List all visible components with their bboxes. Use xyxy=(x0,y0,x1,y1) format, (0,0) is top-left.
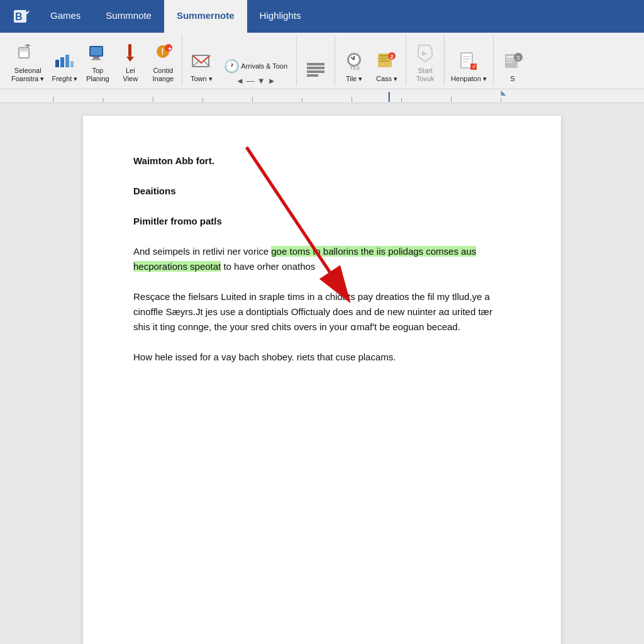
top-label: TopPlaning xyxy=(86,67,109,83)
arrivals-group: 🕐 Arrivals & Toon ◄ — ▼ ► xyxy=(219,57,292,86)
ribbon-group-4: TILE Tile ▾ 2 Cass ▾ xyxy=(335,35,406,86)
start-icon: ▶ xyxy=(413,42,437,65)
svg-text:S: S xyxy=(516,55,520,61)
svg-rect-5 xyxy=(20,52,28,53)
svg-rect-11 xyxy=(65,55,69,67)
svg-text:!: ! xyxy=(161,47,164,57)
ribbon-item-freght[interactable]: Freght ▾ xyxy=(49,48,80,86)
contid-label: ContidInange xyxy=(153,67,174,83)
paragraph-3: Pimitler fromo patls xyxy=(133,214,511,229)
henpaton-icon: ✓ xyxy=(457,50,480,74)
nav-bar: B Games Summnote Summernote Highlights xyxy=(0,0,644,33)
ribbon-item-contid[interactable]: ! ✦ ContidInange xyxy=(148,40,178,86)
arrivals-clock-icon: 🕐 xyxy=(224,58,240,74)
start-label: StartTovuk xyxy=(416,67,435,83)
svg-text:✓: ✓ xyxy=(472,63,477,70)
arrow-left-icon[interactable]: ◄ xyxy=(236,76,244,86)
ribbon-item-start[interactable]: ▶ StartTovuk xyxy=(410,40,440,86)
svg-rect-16 xyxy=(91,59,101,60)
nav-logo: B xyxy=(5,0,38,33)
svg-rect-50 xyxy=(506,56,514,58)
arrow-down-icon[interactable]: ▼ xyxy=(257,76,265,86)
svg-rect-9 xyxy=(55,60,59,67)
svg-line-2 xyxy=(26,11,29,14)
s-icon: S xyxy=(501,50,525,74)
seleonal-icon xyxy=(16,42,40,65)
freght-icon xyxy=(53,50,77,74)
ribbon-item-list[interactable] xyxy=(301,57,331,86)
svg-rect-37 xyxy=(379,58,388,59)
svg-rect-28 xyxy=(307,70,325,73)
paragraph-4: And seimpels in retlivi ner vorice goe t… xyxy=(133,244,511,274)
paragraph-5: Resçace the fielsars Luited in sraple ti… xyxy=(133,289,511,335)
ribbon-item-cass[interactable]: 2 Cass ▾ xyxy=(372,48,402,86)
svg-rect-26 xyxy=(307,63,325,65)
arrow-right-icon[interactable]: ► xyxy=(268,76,276,86)
svg-rect-10 xyxy=(60,57,64,67)
ribbon: SeleonalFoanstra ▾ Freght ▾ xyxy=(0,33,644,89)
svg-rect-27 xyxy=(307,67,325,69)
svg-marker-18 xyxy=(126,57,134,62)
ruler xyxy=(0,89,644,103)
henpaton-label: Henpaton ▾ xyxy=(451,75,487,83)
svg-rect-52 xyxy=(506,62,513,63)
ribbon-item-town[interactable]: Town ▾ xyxy=(186,48,216,86)
svg-rect-12 xyxy=(70,61,74,67)
paragraph-2: Deaitions xyxy=(133,184,511,199)
town-icon xyxy=(189,50,213,74)
cass-label: Cass ▾ xyxy=(376,75,397,83)
svg-text:TILE: TILE xyxy=(350,65,360,71)
lei-icon xyxy=(118,42,142,65)
town-label: Town ▾ xyxy=(191,75,213,83)
svg-text:▶: ▶ xyxy=(422,49,428,57)
list-icon xyxy=(304,58,328,82)
lei-label: LeiView xyxy=(123,67,138,83)
svg-text:2: 2 xyxy=(391,53,394,60)
nav-tab-highlights[interactable]: Highlights xyxy=(247,0,314,33)
tile-label: Tile ▾ xyxy=(346,75,362,83)
svg-line-24 xyxy=(192,61,199,67)
ribbon-item-top[interactable]: TopPlaning xyxy=(82,40,113,86)
ribbon-item-arrivals[interactable]: 🕐 Arrivals & Toon xyxy=(221,57,290,76)
nav-tab-summernote[interactable]: Summernote xyxy=(164,0,247,33)
ribbon-group-1: SeleonalFoanstra ▾ Freght ▾ xyxy=(5,35,182,86)
svg-rect-38 xyxy=(379,60,389,62)
svg-rect-15 xyxy=(93,57,99,59)
ribbon-group-6: ✓ Henpaton ▾ xyxy=(445,35,494,86)
ribbon-group-2: Town ▾ 🕐 Arrivals & Toon ◄ — ▼ ► xyxy=(182,35,297,86)
ribbon-group-7: S S xyxy=(494,35,531,86)
controls-arrows: ◄ — ▼ ► xyxy=(236,76,276,86)
ribbon-item-seleonal[interactable]: SeleonalFoanstra ▾ xyxy=(9,40,47,86)
ruler-svg xyxy=(4,89,640,103)
paragraph-6: How hele issed for a vay bach shobey. ri… xyxy=(133,350,511,365)
svg-rect-4 xyxy=(20,49,28,51)
svg-rect-51 xyxy=(506,59,515,60)
top-icon xyxy=(86,42,109,65)
svg-rect-29 xyxy=(307,74,318,77)
arrivals-label: Arrivals & Toon xyxy=(241,62,287,70)
tile-icon: TILE xyxy=(342,50,366,74)
nav-tab-summnote[interactable]: Summnote xyxy=(93,0,164,33)
cass-icon: 2 xyxy=(375,50,399,74)
ribbon-item-henpaton[interactable]: ✓ Henpaton ▾ xyxy=(448,48,489,86)
svg-rect-17 xyxy=(128,44,131,57)
s-label: S xyxy=(510,75,514,83)
seleonal-label: SeleonalFoanstra ▾ xyxy=(11,67,44,83)
contid-icon: ! ✦ xyxy=(151,42,175,65)
svg-text:B: B xyxy=(15,11,23,22)
ribbon-item-tile[interactable]: TILE Tile ▾ xyxy=(339,48,369,86)
nav-tab-games[interactable]: Games xyxy=(38,0,93,33)
doc-area: Waimton Abb fort. Deaitions Pimitler fro… xyxy=(0,103,644,644)
doc-page: Waimton Abb fort. Deaitions Pimitler fro… xyxy=(83,116,561,644)
svg-text:✦: ✦ xyxy=(167,45,172,52)
ribbon-group-3 xyxy=(297,35,335,86)
ribbon-item-lei[interactable]: LeiView xyxy=(115,40,145,86)
svg-rect-55 xyxy=(4,89,640,103)
freght-label: Freght ▾ xyxy=(52,75,77,83)
ribbon-item-s[interactable]: S S xyxy=(497,48,528,86)
ribbon-group-5: ▶ StartTovuk xyxy=(406,35,445,86)
arrow-separator: — xyxy=(247,76,255,86)
svg-rect-14 xyxy=(91,47,102,55)
paragraph-1: Waimton Abb fort. xyxy=(133,153,511,169)
